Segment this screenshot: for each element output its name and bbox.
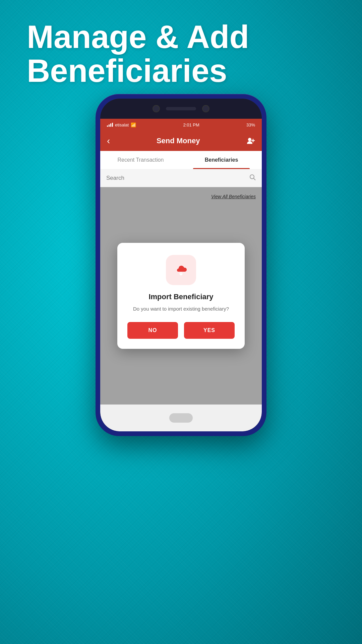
dialog-no-button[interactable]: NO [127, 322, 178, 339]
search-bar [100, 169, 262, 187]
svg-line-4 [254, 178, 255, 180]
dialog-yes-button[interactable]: YES [184, 322, 235, 339]
phone-bottom-bar [100, 405, 262, 431]
add-person-button[interactable] [246, 137, 255, 145]
search-input[interactable] [106, 175, 246, 181]
speaker [166, 107, 196, 110]
status-bar: etisalat 📶 2:01 PM 33% [100, 119, 262, 131]
phone-top-bar [100, 99, 262, 119]
svg-point-0 [248, 138, 251, 141]
dialog-icon-container [166, 255, 196, 285]
tab-bar: Recent Transaction Beneficiaries [100, 151, 262, 169]
modal-overlay: Import Beneficiary Do you want to import… [100, 187, 262, 405]
headline-line1: Manage & Add [27, 19, 249, 55]
camera-right [202, 105, 209, 112]
tab-beneficiaries[interactable]: Beneficiaries [181, 151, 262, 169]
time-label: 2:01 PM [183, 122, 199, 127]
content-area: View All Beneficiaries [100, 187, 262, 405]
battery-label: 33% [246, 122, 255, 127]
app-header: ‹ Send Money [100, 131, 262, 151]
headline-line2: Beneficiaries [27, 53, 227, 89]
camera-left [153, 105, 160, 112]
phone-frame: etisalat 📶 2:01 PM 33% ‹ Send Money R [96, 94, 266, 436]
dialog-title: Import Beneficiary [148, 292, 213, 301]
headline: Manage & Add Beneficiaries [27, 20, 335, 88]
status-left: etisalat 📶 [107, 122, 136, 127]
dialog-message: Do you want to import existing beneficia… [133, 305, 229, 313]
carrier-label: etisalat [115, 122, 129, 127]
svg-point-3 [250, 175, 254, 179]
tab-recent-transaction[interactable]: Recent Transaction [100, 151, 181, 169]
signal-icon [107, 123, 113, 127]
search-icon [249, 174, 256, 182]
wifi-icon: 📶 [131, 122, 136, 127]
import-beneficiary-dialog: Import Beneficiary Do you want to import… [117, 243, 245, 349]
back-button[interactable]: ‹ [107, 136, 110, 146]
import-icon [172, 261, 190, 279]
home-button[interactable] [169, 413, 193, 423]
phone-inner: etisalat 📶 2:01 PM 33% ‹ Send Money R [100, 99, 262, 431]
header-title: Send Money [157, 137, 200, 145]
dialog-buttons: NO YES [127, 322, 235, 339]
